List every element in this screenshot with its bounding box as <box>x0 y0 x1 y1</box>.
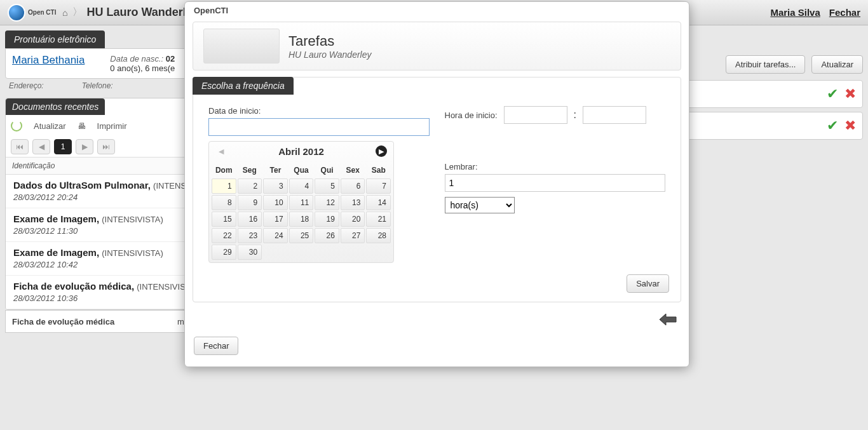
cal-month: Abril 2012 <box>278 146 324 157</box>
modal-header: Tarefas HU Lauro Wanderley <box>193 22 681 71</box>
cal-day[interactable]: 10 <box>263 195 288 210</box>
cal-day[interactable]: 18 <box>289 212 314 227</box>
cal-next[interactable]: ▶ <box>376 145 387 157</box>
cal-day[interactable]: 29 <box>212 245 236 260</box>
cal-day[interactable]: 11 <box>289 195 314 210</box>
cal-prev[interactable]: ◀ <box>215 145 227 157</box>
remind-input[interactable] <box>445 174 666 192</box>
remind-unit-select[interactable]: hora(s) <box>445 197 515 213</box>
modal-app-title: OpenCTI <box>185 2 689 19</box>
cal-day[interactable]: 23 <box>238 228 262 243</box>
cal-day[interactable]: 20 <box>341 212 365 227</box>
start-min-input[interactable] <box>583 106 646 124</box>
calendar: ◀ Abril 2012 ▶ DomSegTerQuaQuiSexSab1234… <box>208 141 394 263</box>
start-hour-input[interactable] <box>504 106 567 124</box>
cal-day[interactable]: 8 <box>212 195 236 210</box>
cal-day[interactable]: 21 <box>366 212 391 227</box>
cal-day-header: Seg <box>238 163 262 177</box>
cal-day[interactable]: 25 <box>289 228 314 243</box>
cal-day[interactable]: 24 <box>263 228 288 243</box>
cal-day[interactable]: 12 <box>315 195 339 210</box>
cal-day-header: Qui <box>315 163 339 177</box>
cal-day[interactable]: 19 <box>315 212 339 227</box>
cal-day[interactable]: 15 <box>212 212 236 227</box>
start-date-label: Data de inicio: <box>208 106 430 116</box>
modal-tab: Escolha a frequência <box>193 77 294 95</box>
cal-day[interactable]: 13 <box>341 195 365 210</box>
start-time-label: Hora de inicio: <box>445 111 498 120</box>
time-colon: : <box>574 109 576 121</box>
modal-illustration <box>203 29 280 64</box>
cal-day-header: Sab <box>366 163 391 177</box>
modal-subtitle: HU Lauro Wanderley <box>288 50 371 60</box>
cal-day[interactable]: 17 <box>263 212 288 227</box>
cal-day-header: Qua <box>289 163 314 177</box>
cal-day[interactable]: 16 <box>238 212 262 227</box>
cal-day-header: Sex <box>341 163 365 177</box>
cal-day[interactable]: 27 <box>341 228 365 243</box>
cal-day[interactable]: 1 <box>212 178 236 194</box>
remind-label: Lembrar: <box>445 162 666 171</box>
cal-day[interactable]: 5 <box>315 178 339 194</box>
cal-day[interactable]: 26 <box>315 228 339 243</box>
cal-day[interactable]: 9 <box>238 195 262 210</box>
cal-day[interactable]: 30 <box>238 245 262 260</box>
cal-day[interactable]: 14 <box>366 195 391 210</box>
close-button[interactable]: Fechar <box>194 337 238 355</box>
cal-day[interactable]: 7 <box>366 178 391 194</box>
cal-day[interactable]: 3 <box>263 178 288 194</box>
cal-day[interactable]: 28 <box>366 228 391 243</box>
cal-day-header: Ter <box>263 163 288 177</box>
cal-day[interactable]: 2 <box>238 178 262 194</box>
cal-day[interactable]: 6 <box>341 178 365 194</box>
cal-day[interactable]: 22 <box>212 228 236 243</box>
start-date-input[interactable] <box>208 118 430 136</box>
save-button[interactable]: Salvar <box>627 274 669 293</box>
cal-day[interactable]: 4 <box>289 178 314 194</box>
modal-title: Tarefas <box>288 33 371 50</box>
modal: OpenCTI Tarefas HU Lauro Wanderley Escol… <box>184 1 689 367</box>
cal-day-header: Dom <box>212 163 236 177</box>
back-arrow-icon[interactable] <box>658 312 677 329</box>
